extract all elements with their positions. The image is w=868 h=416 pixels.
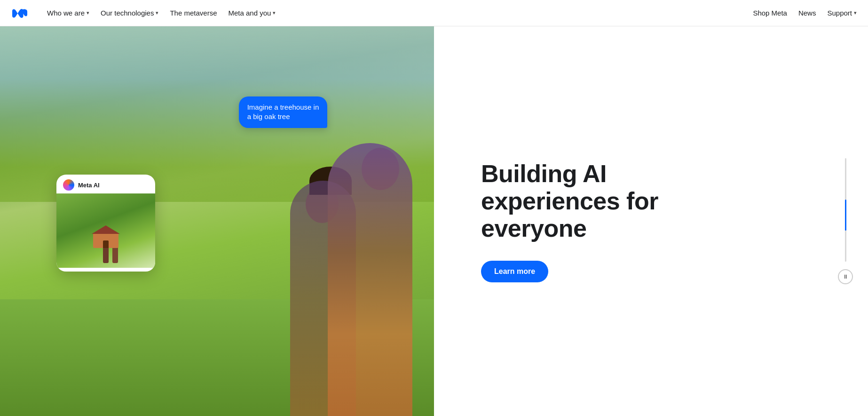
- meta-logo[interactable]: [11, 8, 28, 19]
- nav-link-our-technologies[interactable]: Our technologies ▾: [97, 6, 162, 20]
- hero-text-area: Building AI experiences for everyone Lea…: [434, 26, 868, 416]
- nav-link-who-we-are[interactable]: Who we are ▾: [43, 6, 93, 20]
- meta-ai-icon: [63, 179, 74, 191]
- chat-bubble-line1: Imagine a treehouse in: [247, 103, 319, 111]
- nav-left: Who we are ▾ Our technologies ▾ The meta…: [11, 6, 279, 20]
- chevron-down-icon: ▾: [273, 10, 276, 16]
- treehouse-illustration: [87, 230, 125, 263]
- chevron-down-icon: ▾: [854, 10, 857, 16]
- hero-heading-line1: Building AI experiences for: [481, 160, 658, 215]
- meta-ai-label: Meta AI: [78, 182, 100, 189]
- hero-section: Meta AI Imagine a treehouse in a big oak…: [0, 26, 868, 416]
- nav-link-meta-and-you[interactable]: Meta and you ▾: [225, 6, 280, 20]
- learn-more-button[interactable]: Learn more: [481, 261, 548, 282]
- scroll-indicator: ⏸: [838, 158, 853, 284]
- nav-link-who-we-are-label: Who we are: [47, 9, 85, 17]
- person-right-body: [328, 143, 412, 416]
- meta-ai-phone-card: Meta AI: [56, 175, 155, 272]
- phone-card-header: Meta AI: [56, 175, 155, 193]
- chat-bubble-text: Imagine a treehouse in a big oak tree: [247, 103, 319, 120]
- meta-logo-icon: [11, 8, 28, 19]
- pause-icon: ⏸: [843, 273, 848, 280]
- hero-heading-line2: everyone: [481, 215, 586, 242]
- chevron-down-icon: ▾: [87, 10, 89, 16]
- hero-image-area: Meta AI Imagine a treehouse in a big oak…: [0, 26, 434, 416]
- nav-link-shop-meta[interactable]: Shop Meta: [753, 9, 787, 17]
- nav-right: Shop Meta News Support ▾: [753, 9, 857, 17]
- nav-link-news-label: News: [798, 9, 816, 17]
- nav-link-our-technologies-label: Our technologies: [101, 9, 154, 17]
- nav-link-the-metaverse[interactable]: The metaverse: [166, 6, 221, 20]
- nav-links: Who we are ▾ Our technologies ▾ The meta…: [43, 6, 279, 20]
- scroll-thumb: [845, 200, 846, 231]
- nav-link-meta-and-you-label: Meta and you: [229, 9, 271, 17]
- phone-card-image: [56, 193, 155, 268]
- chevron-down-icon: ▾: [156, 10, 158, 16]
- chat-bubble-line2: a big oak tree: [247, 112, 290, 120]
- nav-link-support-label: Support: [827, 9, 852, 17]
- pause-button[interactable]: ⏸: [838, 269, 853, 284]
- treehouse-door: [103, 240, 109, 248]
- treehouse-roof: [92, 225, 120, 234]
- scroll-track: [845, 158, 846, 262]
- nav-link-the-metaverse-label: The metaverse: [170, 9, 217, 17]
- nav-link-shop-meta-label: Shop Meta: [753, 9, 787, 17]
- nav-link-news[interactable]: News: [798, 9, 816, 17]
- hero-heading: Building AI experiences for everyone: [481, 160, 707, 242]
- nav-link-support[interactable]: Support ▾: [827, 9, 857, 17]
- hero-content: Building AI experiences for everyone Lea…: [481, 160, 707, 283]
- chat-bubble: Imagine a treehouse in a big oak tree: [239, 96, 328, 128]
- navbar: Who we are ▾ Our technologies ▾ The meta…: [0, 0, 868, 26]
